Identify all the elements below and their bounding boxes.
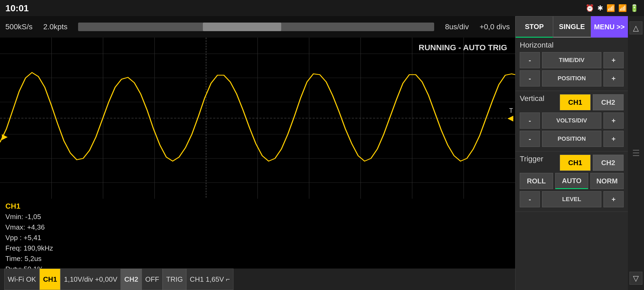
- scroll-thumb[interactable]: [203, 23, 281, 31]
- trigger-level-row: - LEVEL +: [520, 191, 624, 207]
- timediv-label[interactable]: TIME/DIV: [542, 52, 601, 68]
- vertical-section: Vertical CH1 CH2 - VOLTS/DIV + - POSITIO…: [515, 91, 628, 151]
- trigger-auto-button[interactable]: AUTO: [555, 173, 588, 189]
- trigger-norm-button[interactable]: NORM: [590, 173, 624, 189]
- trigger-level-minus[interactable]: -: [520, 191, 540, 207]
- status-time: 10:01: [5, 3, 29, 13]
- hamburger-icon[interactable]: ☰: [632, 148, 640, 158]
- single-button[interactable]: SINGLE: [553, 16, 591, 38]
- trigger-mode-row: ROLL AUTO NORM: [520, 173, 624, 189]
- v-position-row: - POSITION +: [520, 131, 624, 147]
- vertical-ch2-button[interactable]: CH2: [593, 94, 624, 110]
- scroll-up-button[interactable]: △: [630, 21, 642, 34]
- trig-info-bar[interactable]: CH1 1,65V ⌐: [186, 269, 233, 290]
- vertical-title: Vertical: [520, 94, 558, 108]
- status-icons: ⏰ ✱ 📶 📶 🔋: [586, 4, 639, 12]
- right-panel: STOP SINGLE MENU >> Horizontal - TIME/DI…: [515, 16, 628, 290]
- horizontal-title: Horizontal: [520, 41, 624, 49]
- sample-rate: 500kS/s: [5, 23, 32, 31]
- ch2-off-bar[interactable]: OFF: [142, 269, 163, 290]
- v-position-label[interactable]: POSITION: [542, 131, 601, 147]
- wifi-icon: 📶: [606, 4, 615, 12]
- meas-vmin: Vmin: -1,05: [5, 212, 510, 222]
- meas-vmax: Vmax: +4,36: [5, 222, 510, 233]
- meas-time: Time: 5,2us: [5, 253, 510, 264]
- trigger-title: Trigger: [520, 155, 558, 168]
- ch1-position-arrow: ►: [0, 131, 10, 142]
- v-position-minus[interactable]: -: [520, 131, 540, 147]
- voltsdiv-plus[interactable]: +: [603, 113, 624, 129]
- trigger-level-label[interactable]: LEVEL: [542, 191, 601, 207]
- scope-display[interactable]: RUNNING - AUTO TRIG T ◄ ►: [0, 38, 515, 199]
- h-position-plus[interactable]: +: [603, 70, 624, 86]
- running-status: RUNNING - AUTO TRIG: [419, 43, 507, 52]
- h-position-label[interactable]: POSITION: [542, 70, 601, 86]
- ch1-label-bar[interactable]: CH1: [39, 269, 60, 290]
- meas-vpp: Vpp : +5,41: [5, 233, 510, 243]
- alarm-icon: ⏰: [586, 4, 594, 12]
- rp-top-buttons: STOP SINGLE MENU >>: [515, 16, 628, 38]
- bluetooth-icon: ✱: [597, 4, 603, 12]
- battery-icon: 🔋: [630, 4, 639, 12]
- trigger-level-plus[interactable]: +: [603, 191, 624, 207]
- h-position-minus[interactable]: -: [520, 70, 540, 86]
- voltsdiv-minus[interactable]: -: [520, 113, 540, 129]
- vertical-ch1-button[interactable]: CH1: [560, 94, 591, 110]
- waveform-svg: [0, 38, 515, 199]
- menu-button[interactable]: MENU >>: [591, 16, 628, 38]
- h-position: +0,0 divs: [480, 23, 510, 31]
- trigger-roll-button[interactable]: ROLL: [520, 173, 553, 189]
- trigger-section: Trigger CH1 CH2 ROLL AUTO NORM - LEVEL +: [515, 151, 628, 212]
- scroll-down-button[interactable]: ▽: [630, 272, 642, 285]
- time-div: 8us/div: [445, 23, 469, 31]
- signal-icon: 📶: [618, 4, 627, 12]
- timediv-plus[interactable]: +: [603, 52, 624, 68]
- ch1-info-bar[interactable]: 1,10V/div +0,00V: [60, 269, 121, 290]
- meas-freq: Freq: 190,9kHz: [5, 243, 510, 253]
- vertical-title-row: Vertical CH1 CH2: [520, 94, 624, 110]
- ch2-label-bar[interactable]: CH2: [121, 269, 142, 290]
- stop-button[interactable]: STOP: [515, 16, 553, 38]
- voltsdiv-label[interactable]: VOLTS/DIV: [542, 113, 601, 129]
- timediv-row: - TIME/DIV +: [520, 52, 624, 68]
- wifi-status: Wi-Fi OK: [4, 269, 39, 290]
- h-position-row: - POSITION +: [520, 70, 624, 86]
- measurements-area: CH1 Vmin: -1,05 Vmax: +4,36 Vpp : +5,41 …: [0, 199, 515, 269]
- scope-toolbar: 500kS/s 2.0kpts 8us/div +0,0 divs: [0, 16, 515, 38]
- scroll-track[interactable]: [78, 23, 434, 31]
- trigger-ch1-button[interactable]: CH1: [560, 155, 591, 171]
- timediv-minus[interactable]: -: [520, 52, 540, 68]
- scope-area: 500kS/s 2.0kpts 8us/div +0,0 divs: [0, 16, 515, 290]
- main-content: 500kS/s 2.0kpts 8us/div +0,0 divs: [0, 16, 644, 290]
- horizontal-section: Horizontal - TIME/DIV + - POSITION +: [515, 38, 628, 91]
- bottom-bar: Wi-Fi OK CH1 1,10V/div +0,00V CH2 OFF TR…: [0, 269, 515, 290]
- voltsdiv-row: - VOLTS/DIV +: [520, 113, 624, 129]
- meas-channel: CH1: [5, 202, 510, 211]
- status-bar: 10:01 ⏰ ✱ 📶 📶 🔋: [0, 0, 644, 16]
- far-right-controls: △ ☰ ▽: [628, 16, 644, 290]
- trig-label-bar: TRIG: [163, 269, 186, 290]
- v-position-plus[interactable]: +: [603, 131, 624, 147]
- trigger-title-row: Trigger CH1 CH2: [520, 155, 624, 171]
- trigger-arrow: ◄: [506, 113, 515, 124]
- point-count: 2.0kpts: [43, 23, 67, 31]
- trigger-ch2-button[interactable]: CH2: [593, 155, 624, 171]
